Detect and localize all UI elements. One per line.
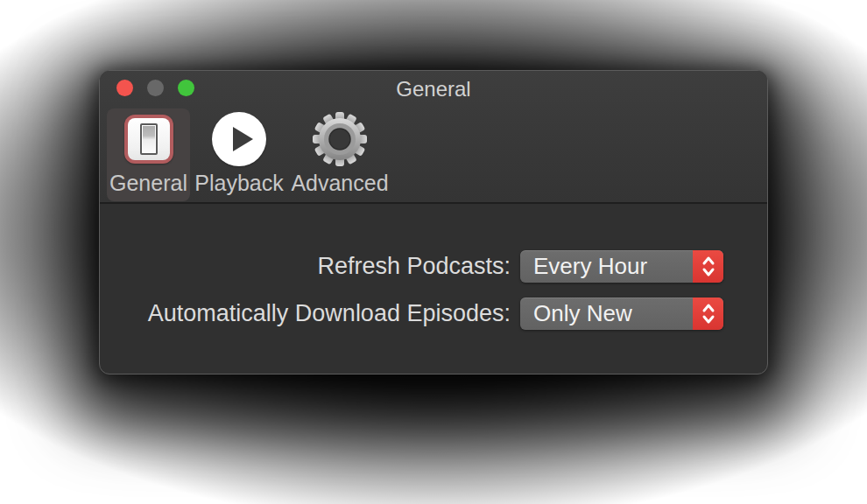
light-switch-icon	[124, 110, 173, 168]
popup-selected-value: Only New	[520, 300, 632, 327]
play-icon	[212, 110, 266, 168]
screenshot-stage: General General	[0, 0, 867, 504]
refresh-podcasts-popup[interactable]: Every Hour	[520, 250, 723, 283]
toolbar-item-advanced[interactable]: Advanced	[285, 108, 394, 201]
toolbar-item-label: Playback	[194, 170, 283, 196]
preferences-window: General General	[99, 70, 768, 374]
auto-download-row: Automatically Download Episodes: Only Ne…	[100, 298, 723, 330]
toolbar-item-general[interactable]: General	[107, 108, 190, 201]
gear-icon	[312, 110, 368, 168]
window-header: General General	[100, 71, 767, 204]
auto-download-label: Automatically Download Episodes:	[148, 300, 511, 327]
chevron-up-down-icon	[693, 250, 723, 283]
refresh-podcasts-label: Refresh Podcasts:	[317, 253, 511, 280]
refresh-podcasts-row: Refresh Podcasts: Every Hour	[100, 250, 723, 283]
chevron-up-down-icon	[693, 298, 723, 330]
preferences-content: Refresh Podcasts: Every Hour Automatical…	[100, 204, 767, 374]
toolbar-item-label: Advanced	[291, 170, 388, 196]
toolbar-item-label: General	[109, 170, 187, 196]
preferences-toolbar: General Playback	[100, 106, 767, 202]
title-bar[interactable]: General	[100, 71, 767, 106]
auto-download-popup[interactable]: Only New	[520, 298, 723, 330]
toolbar-item-playback[interactable]: Playback	[190, 108, 288, 201]
window-title: General	[100, 71, 767, 108]
popup-selected-value: Every Hour	[520, 253, 647, 280]
